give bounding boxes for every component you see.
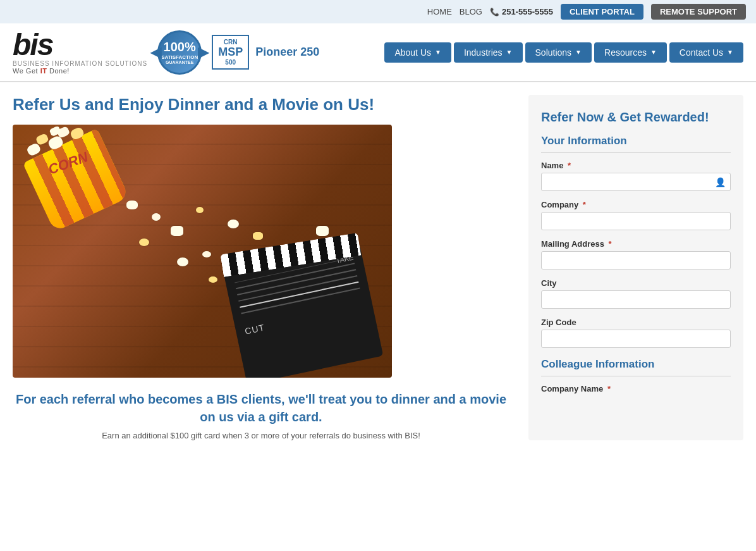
hero-image: CORN xyxy=(13,125,392,378)
clapperboard: TAKE CUT xyxy=(224,244,384,378)
logo-company-name: BUSINESS INFORMATION SOLUTIONS xyxy=(13,60,147,67)
badge-percent: 100% xyxy=(164,40,196,54)
company-input[interactable] xyxy=(541,212,731,230)
mailing-address-group: Mailing Address * xyxy=(541,239,731,269)
your-information-heading: Your Information xyxy=(541,135,731,153)
zip-input[interactable] xyxy=(541,330,731,348)
logo-tagline: We Get IT Done! xyxy=(13,67,147,75)
crn-badge: CRN MSP 500 xyxy=(212,35,249,70)
main-content: Refer Us and Enjoy Dinner and a Movie on… xyxy=(0,82,756,453)
home-link[interactable]: HOME xyxy=(427,7,452,16)
subtitle-text: For each referral who becomes a BIS clie… xyxy=(13,390,509,426)
nav-about-us[interactable]: About Us ▼ xyxy=(384,42,451,63)
zip-label: Zip Code xyxy=(541,318,731,327)
about-caret-icon: ▼ xyxy=(435,49,441,56)
zip-group: Zip Code xyxy=(541,318,731,348)
colleague-heading: Colleague Information xyxy=(541,358,731,376)
colleague-company-required: * xyxy=(607,384,611,393)
msp-number: 500 xyxy=(225,59,236,66)
extra-note-text: Earn an additional $100 gift card when 3… xyxy=(13,431,509,440)
blog-link[interactable]: BLOG xyxy=(460,7,482,16)
name-input[interactable] xyxy=(541,173,731,191)
city-input[interactable] xyxy=(541,290,731,309)
mailing-required: * xyxy=(609,239,612,249)
main-nav: About Us ▼ Industries ▼ Solutions ▼ Reso… xyxy=(384,42,743,63)
colleague-section: Colleague Information Company Name * xyxy=(541,358,731,393)
company-label: Company * xyxy=(541,200,731,209)
industries-caret-icon: ▼ xyxy=(506,49,513,56)
mailing-address-label: Mailing Address * xyxy=(541,239,731,249)
colleague-company-group: Company Name * xyxy=(541,384,731,393)
logo-text: bis BUSINESS INFORMATION SOLUTIONS We Ge… xyxy=(13,30,147,75)
crn-label: CRN xyxy=(224,39,238,46)
resources-caret-icon: ▼ xyxy=(650,49,657,56)
site-header: bis BUSINESS INFORMATION SOLUTIONS We Ge… xyxy=(0,23,756,82)
logo-abbr: bis xyxy=(13,30,147,60)
nav-solutions[interactable]: Solutions ▼ xyxy=(525,42,592,63)
msp-label: MSP xyxy=(218,46,243,59)
city-group: City xyxy=(541,278,731,309)
name-group: Name * 👤 xyxy=(541,161,731,191)
colleague-company-label: Company Name * xyxy=(541,384,731,393)
client-portal-button[interactable]: CLIENT PORTAL xyxy=(561,4,643,20)
form-title: Refer Now & Get Rewarded! xyxy=(541,110,731,125)
contact-caret-icon: ▼ xyxy=(727,49,733,56)
solutions-caret-icon: ▼ xyxy=(575,49,582,56)
remote-support-button[interactable]: REMOTE SUPPORT xyxy=(651,4,746,20)
phone-number: 251-555-5555 xyxy=(490,7,553,16)
left-section: Refer Us and Enjoy Dinner and a Movie on… xyxy=(13,95,528,440)
right-form-section: Refer Now & Get Rewarded! Your Informati… xyxy=(528,95,743,440)
nav-contact-us[interactable]: Contact Us ▼ xyxy=(669,42,743,63)
nav-industries[interactable]: Industries ▼ xyxy=(454,42,523,63)
logo-area: bis BUSINESS INFORMATION SOLUTIONS We Ge… xyxy=(13,30,319,75)
name-label: Name * xyxy=(541,161,731,170)
top-bar: HOME BLOG 251-555-5555 CLIENT PORTAL REM… xyxy=(0,0,756,23)
company-required: * xyxy=(583,200,586,209)
badge-guarantee-label: GUARANTEE xyxy=(166,60,193,65)
person-icon: 👤 xyxy=(715,177,726,187)
badge-satisfaction-label: SATISFACTION xyxy=(161,54,198,60)
nav-resources[interactable]: Resources ▼ xyxy=(594,42,667,63)
name-required: * xyxy=(568,161,571,170)
satisfaction-badge: 100% SATISFACTION GUARANTEE xyxy=(157,30,202,75)
mailing-address-input[interactable] xyxy=(541,251,731,269)
pioneer-label: Pioneer 250 xyxy=(255,46,319,59)
company-group: Company * xyxy=(541,200,731,230)
crn-area: CRN MSP 500 Pioneer 250 xyxy=(212,35,319,70)
page-title: Refer Us and Enjoy Dinner and a Movie on… xyxy=(13,95,509,115)
city-label: City xyxy=(541,278,731,288)
name-input-wrapper: 👤 xyxy=(541,173,731,191)
